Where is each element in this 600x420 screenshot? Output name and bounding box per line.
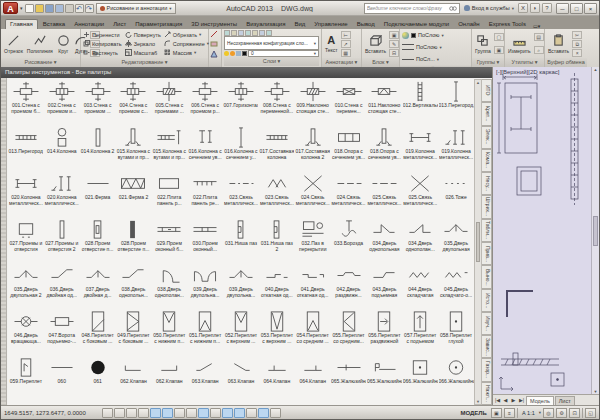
status-toggle[interactable] [258,408,269,418]
palette-item[interactable]: 027.Проемы и отверстия [8,217,44,263]
palette-item[interactable]: 050.Переплет с нижним п... [151,309,187,355]
palette-item[interactable]: 033.Борозда [331,217,367,263]
palette-item[interactable]: 004.Стена с проемом с... [116,79,152,125]
color-value[interactable]: ПоСлою [418,32,439,38]
close-button[interactable]: × [584,3,597,14]
scale-button[interactable]: Масштаб [125,48,161,57]
status-toggle[interactable] [246,408,257,418]
palette-item[interactable]: 007.Горизонтал... [223,79,259,125]
insert-block-button[interactable]: Вставить [364,30,387,57]
palette-tab[interactable]: Нажл... [482,382,492,405]
palette-item[interactable]: 066.Жалюзийная [438,355,474,401]
palette-item[interactable]: 025.Связь металлическ... [366,171,402,217]
palette-item[interactable]: 018.Опора с сечением ув... [366,125,402,171]
last-layout-icon[interactable]: ▶| [518,397,525,403]
app-menu-caret-icon[interactable]: ▾ [20,5,23,11]
offset-icon[interactable] [210,50,218,58]
palette-item[interactable]: 016.Колонна с сечением ув... [187,125,223,171]
measure-button[interactable]: Измерить [507,30,532,57]
palette-item[interactable]: 008.Стена с переменной... [259,79,295,125]
communication-center-icon[interactable]: ◗ [530,3,540,13]
palette-item[interactable]: 047.Ворота подъемно-... [44,309,80,355]
palette-tab[interactable]: Исто... [482,289,492,312]
signin-button[interactable]: Вход в службы ▾ [462,5,516,11]
palette-tab[interactable]: Газор... [482,358,492,381]
panel-groups-label[interactable]: Группы ▾ [472,58,504,67]
palette-item[interactable]: 058.Переплет глухой [438,309,474,355]
status-toggle[interactable] [210,408,221,418]
palette-tab[interactable]: Табли... [482,219,492,242]
layer-dropdown[interactable]: 0▾ [248,50,319,57]
workspace-switch-icon[interactable]: ⚙ [556,408,567,418]
ribbon-tab[interactable]: 3D инструменты [187,20,241,29]
palette-item[interactable]: 026.Тоже [438,171,474,217]
ribbon-tab[interactable]: Подключаемые модули [380,20,453,29]
palette-item[interactable]: 028.Проем отверстие п... [80,217,116,263]
scroll-down-icon[interactable]: ▼ [475,399,481,404]
palette-item[interactable]: 011.Наклонно стоящая сте... [366,79,402,125]
palette-item[interactable]: 005.Стена с проемами ... [151,79,187,125]
copy-button[interactable]: Копировать [83,39,122,48]
palette-item[interactable]: 028.Проем отверстие п... [116,217,152,263]
palette-item[interactable]: 053.Переплет с верхним ... [259,309,295,355]
copy-clip-icon[interactable]: ⧉ [572,40,582,48]
canvas-scrollbar[interactable]: ▲ ▼ [591,67,599,394]
palette-item[interactable]: 035.Дверь двупольная [438,217,474,263]
palette-item[interactable]: 018.Опора с сечением ув... [331,125,367,171]
linetype-value[interactable]: ПоСл... [416,56,435,62]
palette-item[interactable]: 059.Переплет [8,355,44,401]
palette-item[interactable]: 017.Составная колонна [259,125,295,171]
palette-item[interactable]: 010.Стена с перемен... [331,79,367,125]
status-toggle[interactable] [126,408,137,418]
save-as-icon[interactable] [55,4,64,13]
exchange-apps-icon[interactable]: X [518,3,528,13]
status-toggle[interactable] [234,408,245,418]
palette-item[interactable]: 049.Переплет с боковым ... [116,309,152,355]
tab-layout[interactable]: Лист [555,396,575,405]
palette-item[interactable]: 063.Клапан [187,355,223,401]
palette-tab[interactable]: ИТО [482,79,492,102]
ribbon-tab[interactable]: Аннотации [70,20,108,29]
quick-view-drawings-icon[interactable]: ≡ [504,408,515,418]
palette-tab[interactable]: Прив... [482,242,492,265]
palette-tab[interactable]: Несу... [482,172,492,195]
palette-item[interactable]: 062.Клапан [116,355,152,401]
model-space-button[interactable]: МОДЕЛЬ [459,410,489,416]
match-properties-icon[interactable] [210,30,218,38]
palette-tab[interactable]: Элек... [482,126,492,149]
prev-layout-icon[interactable]: ◀ [502,397,509,403]
ribbon-tab[interactable]: Параметризация [131,20,186,29]
palette-item[interactable]: 044.Дверь складчатая [402,263,438,309]
palette-item[interactable]: 013.Перегород... [8,125,44,171]
ribbon-tab[interactable]: Вид [290,20,309,29]
status-toggle[interactable] [222,408,233,418]
panel-block-label[interactable]: Блок ▾ [362,58,399,67]
palette-item[interactable]: 019.Колонна металлическ... [438,125,474,171]
cut-icon[interactable]: ✂ [572,31,582,39]
palette-item[interactable]: 016.Колонна с сечением у... [223,125,259,171]
panel-modify-label[interactable]: Редактирование ▾ [81,58,208,67]
annotation-scale-button[interactable]: А 1:1 [520,410,537,416]
search-icon[interactable] [449,5,457,12]
drawing-area[interactable]: [-][Верхний][2D каркас] [493,67,599,405]
palette-item[interactable]: 022.Плита панель ре... [187,171,223,217]
palette-item[interactable]: 021.Ферма [80,171,116,217]
palette-item[interactable]: 063.Клапан [223,355,259,401]
palette-item[interactable]: 023.Связь металлическ... [223,171,259,217]
palette-scrollbar[interactable]: ▲ ▼ [474,79,482,405]
ribbon-tab[interactable]: Управление [310,20,351,29]
palette-item[interactable]: 048.Переплет с боковым ... [80,309,116,355]
circle-button[interactable]: Круг [56,30,71,57]
scroll-up-icon[interactable]: ▲ [592,67,599,72]
cleanscreen-icon[interactable]: ◱ [585,408,596,418]
status-toggle[interactable] [186,408,197,418]
palette-item[interactable]: 039.Дверь двупольна... [223,263,259,309]
scroll-up-icon[interactable]: ▲ [475,80,481,85]
palette-item[interactable]: 002.Стена с проемом и... [44,79,80,125]
palette-item[interactable]: 014.Колонна [44,125,80,171]
palette-item[interactable]: 023.Связь металлическ... [259,171,295,217]
palette-item[interactable]: 022.Плита панель р... [151,171,187,217]
palette-item[interactable]: 020.Колонна металлическ... [44,171,80,217]
ribbon-tab[interactable]: Визуализация [242,20,289,29]
palette-item[interactable]: 031.Ниша паз 2 [259,217,295,263]
